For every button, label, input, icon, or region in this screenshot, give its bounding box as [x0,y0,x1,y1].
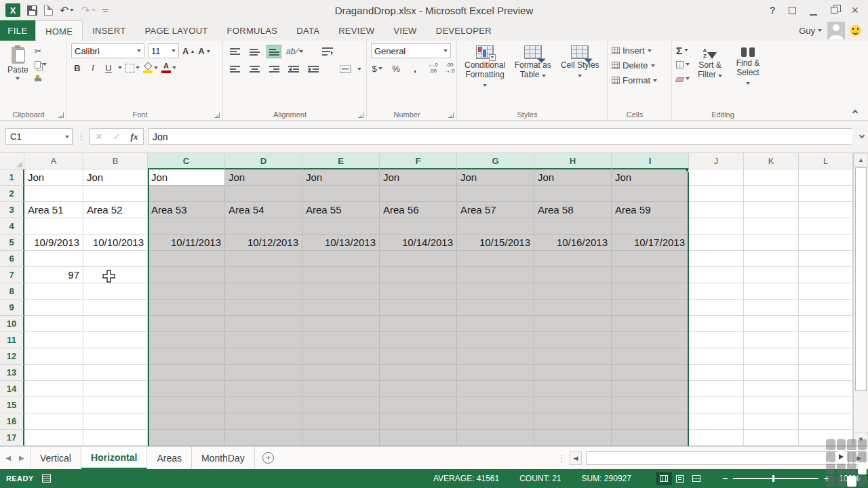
italic-button[interactable]: I [87,62,99,74]
row-header-6[interactable]: 6 [0,251,24,267]
cell-H11[interactable] [534,332,612,348]
formula-bar-resize-handle[interactable]: ⋮ [77,132,85,141]
expand-formula-bar-icon[interactable] [856,136,868,138]
cell-A13[interactable] [24,365,83,381]
cell-F9[interactable] [380,300,457,316]
underline-button[interactable]: U [102,62,115,74]
orientation-button[interactable]: ab⁄ [286,45,303,58]
ribbon-tab-home[interactable]: HOME [35,20,83,41]
cell-J12[interactable] [689,348,744,365]
cell-G10[interactable] [457,316,534,332]
column-header-J[interactable]: J [689,153,744,169]
cell-G11[interactable] [457,332,534,348]
cell-K6[interactable] [744,251,799,267]
cell-B2[interactable] [83,186,148,202]
clipboard-dialog-launcher[interactable] [58,113,64,118]
align-left-button[interactable] [227,62,242,76]
cell-L16[interactable] [799,413,853,430]
cell-B17[interactable] [83,430,148,446]
cell-C6[interactable] [148,251,225,267]
cell-B8[interactable] [83,283,148,300]
cell-D7[interactable] [225,267,302,283]
decrease-indent-button[interactable] [286,62,301,76]
cell-B16[interactable] [83,413,148,430]
paste-button[interactable]: Paste [4,43,32,82]
cell-H13[interactable] [534,365,612,381]
cell-J7[interactable] [689,267,744,283]
minimize-icon[interactable] [810,14,817,16]
column-header-C[interactable]: C [148,153,225,169]
percent-style-button[interactable]: % [390,62,402,75]
cell-D14[interactable] [225,381,302,397]
cell-G2[interactable] [457,186,534,202]
column-header-B[interactable]: B [83,153,148,169]
scroll-up-icon[interactable]: ▲ [854,153,868,167]
macro-record-icon[interactable] [42,474,51,483]
cell-H4[interactable] [534,218,612,235]
new-sheet-button[interactable]: + [255,447,282,469]
copy-button[interactable] [35,59,47,70]
cell-D10[interactable] [225,316,302,332]
cell-K16[interactable] [744,413,799,430]
cell-B6[interactable] [83,251,148,267]
cell-A8[interactable] [24,283,83,300]
tab-split-handle[interactable]: ⋮ [557,453,566,463]
cell-H3[interactable]: Area 58 [534,202,612,218]
cell-K2[interactable] [744,186,799,202]
row-header-2[interactable]: 2 [0,186,24,202]
ribbon-tab-insert[interactable]: INSERT [83,20,135,41]
cell-D8[interactable] [225,283,302,300]
cell-I11[interactable] [612,332,689,348]
cancel-entry-icon[interactable]: ✕ [90,131,108,142]
align-right-button[interactable] [267,62,281,76]
sheet-tab-vertical[interactable]: Vertical [30,447,81,469]
cell-E11[interactable] [302,332,380,348]
decrease-decimal-button[interactable]: .00→.0 [445,62,455,75]
align-bottom-button[interactable] [267,45,281,58]
cell-G3[interactable]: Area 57 [457,202,534,218]
cell-K10[interactable] [744,316,799,332]
cell-A2[interactable] [24,186,83,202]
cell-E14[interactable] [302,381,380,397]
row-header-11[interactable]: 11 [0,332,24,348]
cell-H16[interactable] [534,413,612,430]
font-name-combo[interactable]: Calibri [71,43,144,58]
grow-font-button[interactable]: A▲ [182,45,195,57]
cell-I4[interactable] [612,218,689,235]
cell-I17[interactable] [612,430,689,446]
merge-center-button[interactable] [338,62,353,76]
cell-G15[interactable] [457,397,534,413]
column-header-E[interactable]: E [302,153,380,169]
zoom-slider-thumb[interactable] [772,475,774,482]
close-icon[interactable]: × [851,7,859,14]
cell-D17[interactable] [225,430,302,446]
cell-J8[interactable] [689,283,744,300]
cell-D11[interactable] [225,332,302,348]
ribbon-tab-review[interactable]: REVIEW [329,20,384,41]
cell-L10[interactable] [799,316,853,332]
cell-F14[interactable] [380,381,457,397]
cell-J16[interactable] [689,413,744,430]
align-middle-button[interactable] [247,45,262,58]
cell-L15[interactable] [799,397,853,413]
cell-C16[interactable] [148,413,225,430]
fill-button[interactable]: ↓ [676,59,690,70]
restore-icon[interactable] [831,7,837,14]
cell-F15[interactable] [380,397,457,413]
format-cells-button[interactable]: Format [612,75,657,85]
cell-D5[interactable]: 10/12/2013 [225,235,302,251]
row-header-9[interactable]: 9 [0,300,24,316]
cell-E12[interactable] [302,348,380,365]
cell-H6[interactable] [534,251,612,267]
cell-C1[interactable]: Jon [148,169,225,186]
cell-B15[interactable] [83,397,148,413]
cell-K15[interactable] [744,397,799,413]
cell-I5[interactable]: 10/17/2013 [612,235,689,251]
cell-G8[interactable] [457,283,534,300]
align-center-button[interactable] [247,62,262,76]
cell-L1[interactable] [799,169,853,186]
cell-F3[interactable]: Area 56 [380,202,457,218]
cell-B3[interactable]: Area 52 [83,202,148,218]
cell-H9[interactable] [534,300,612,316]
cell-A12[interactable] [24,348,83,365]
